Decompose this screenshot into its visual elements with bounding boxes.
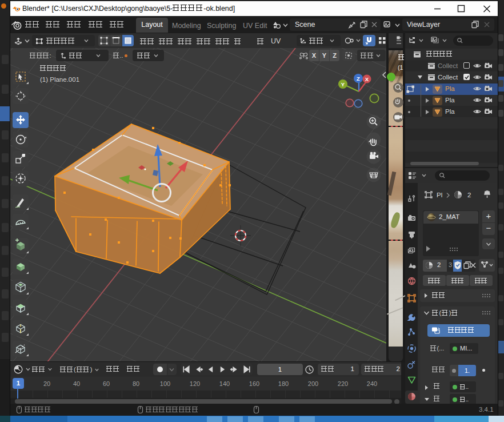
svg-text:Y: Y [341,81,345,87]
svg-text:Z: Z [357,75,360,82]
svg-text:X: X [365,76,369,82]
